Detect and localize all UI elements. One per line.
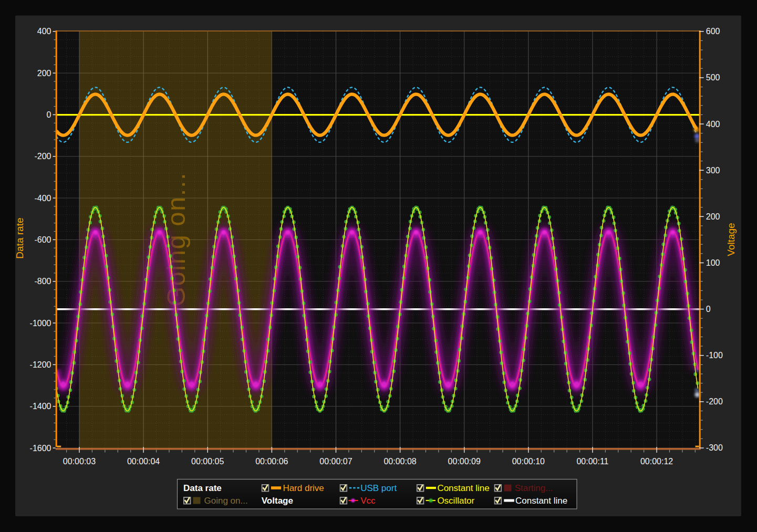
svg-text:00:00:09: 00:00:09 [448, 457, 481, 466]
svg-text:200: 200 [37, 69, 51, 78]
svg-text:00:00:07: 00:00:07 [319, 457, 352, 466]
svg-text:100: 100 [706, 258, 720, 267]
svg-text:Voltage: Voltage [725, 223, 737, 256]
svg-text:Starting...: Starting... [515, 483, 553, 493]
svg-text:600: 600 [706, 27, 720, 36]
svg-text:Vcc: Vcc [360, 496, 376, 506]
svg-text:-1600: -1600 [30, 444, 51, 453]
svg-text:-300: -300 [706, 443, 723, 452]
svg-text:-200: -200 [34, 152, 51, 161]
svg-text:-1400: -1400 [30, 402, 51, 411]
svg-text:Data rate: Data rate [14, 218, 25, 259]
svg-text:500: 500 [706, 73, 720, 82]
svg-text:300: 300 [706, 166, 720, 175]
svg-text:Going on...: Going on... [204, 496, 248, 506]
svg-text:00:00:08: 00:00:08 [383, 457, 416, 466]
svg-text:Oscillator: Oscillator [437, 496, 474, 506]
svg-text:200: 200 [706, 212, 720, 221]
svg-text:-800: -800 [34, 277, 51, 286]
svg-text:-1200: -1200 [30, 360, 51, 369]
svg-text:00:00:03: 00:00:03 [63, 457, 96, 466]
svg-text:400: 400 [37, 27, 51, 36]
svg-text:00:00:11: 00:00:11 [576, 457, 608, 466]
svg-text:-200: -200 [706, 397, 723, 406]
svg-text:-1000: -1000 [30, 319, 51, 328]
svg-text:Hard drive: Hard drive [283, 483, 324, 493]
svg-text:0: 0 [47, 110, 51, 119]
svg-text:Constant line: Constant line [515, 496, 567, 506]
svg-text:-400: -400 [34, 194, 51, 203]
svg-text:Constant line: Constant line [437, 483, 489, 493]
svg-text:USB port: USB port [360, 483, 397, 493]
svg-text:Voltage: Voltage [262, 496, 293, 506]
svg-text:00:00:12: 00:00:12 [640, 457, 673, 466]
svg-text:00:00:10: 00:00:10 [512, 457, 545, 466]
svg-text:400: 400 [706, 120, 720, 129]
svg-text:00:00:04: 00:00:04 [127, 457, 160, 466]
svg-text:-100: -100 [706, 351, 723, 360]
svg-text:-600: -600 [34, 235, 51, 244]
svg-text:Data rate: Data rate [183, 483, 222, 493]
svg-text:00:00:05: 00:00:05 [191, 457, 224, 466]
svg-text:00:00:06: 00:00:06 [255, 457, 288, 466]
svg-text:0: 0 [706, 305, 711, 314]
